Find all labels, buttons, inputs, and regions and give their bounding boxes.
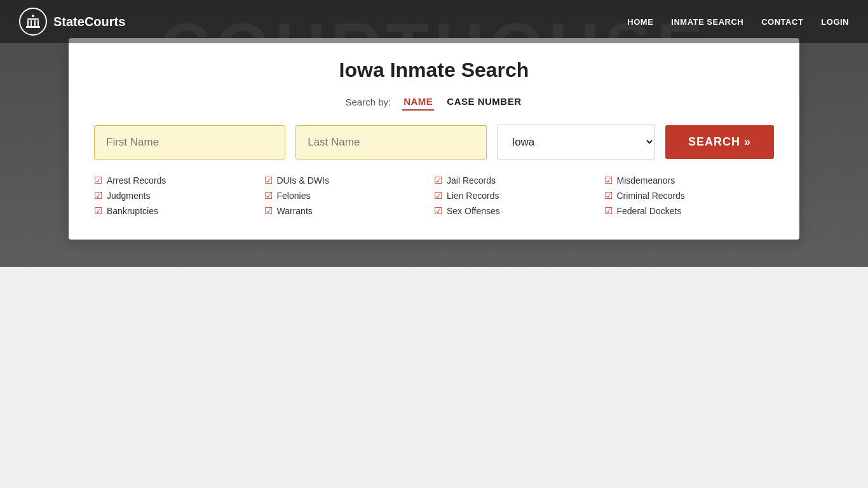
svg-rect-3	[27, 20, 29, 26]
check-sex-offenses: ☑ Sex Offenses	[434, 205, 604, 217]
check-label-federal: Federal Dockets	[617, 206, 682, 216]
check-label-sex-offenses: Sex Offenses	[447, 206, 500, 216]
navbar: StateCourts HOME INMATE SEARCH CONTACT L…	[0, 0, 868, 43]
check-judgments: ☑ Judgments	[94, 190, 264, 201]
logo-icon	[19, 8, 47, 36]
check-icon-duis: ☑	[264, 175, 273, 186]
hero-section: COURTHOUSE StateCourts HOME INMATE SEARC…	[0, 0, 868, 267]
tab-case-number-button[interactable]: CASE NUMBER	[445, 93, 522, 111]
check-misdemeanors: ☑ Misdemeanors	[604, 175, 775, 186]
check-criminal-records: ☑ Criminal Records	[604, 190, 775, 201]
search-by-row: Search by: NAME CASE NUMBER	[94, 93, 774, 111]
check-felonies: ☑ Felonies	[264, 190, 435, 201]
check-label-arrest: Arrest Records	[107, 175, 166, 186]
state-select[interactable]: Iowa Alabama Alaska Arizona Arkansas Cal…	[497, 125, 655, 159]
check-icon-sex-offenses: ☑	[434, 205, 442, 217]
nav-login[interactable]: LOGIN	[821, 17, 849, 27]
check-federal-dockets: ☑ Federal Dockets	[604, 205, 775, 217]
logo-link[interactable]: StateCourts	[19, 8, 125, 36]
check-label-judgments: Judgments	[107, 191, 150, 201]
check-label-warrants: Warrants	[277, 206, 313, 216]
svg-rect-1	[32, 15, 34, 17]
check-warrants: ☑ Warrants	[264, 205, 435, 217]
svg-rect-5	[34, 20, 36, 26]
check-icon-federal: ☑	[604, 205, 613, 217]
nav-inmate-search[interactable]: INMATE SEARCH	[671, 17, 743, 27]
check-label-duis: DUIs & DWIs	[277, 175, 329, 186]
logo-text: StateCourts	[53, 15, 125, 29]
search-by-label: Search by:	[345, 97, 391, 107]
check-lien-records: ☑ Lien Records	[434, 190, 604, 201]
check-icon-jail: ☑	[434, 175, 442, 186]
search-button[interactable]: SEARCH »	[665, 125, 774, 159]
search-card-title: Iowa Inmate Search	[94, 58, 774, 82]
search-card: Iowa Inmate Search Search by: NAME CASE …	[69, 38, 799, 240]
svg-rect-4	[31, 20, 32, 26]
check-icon-criminal: ☑	[604, 190, 613, 201]
last-name-input[interactable]	[295, 125, 487, 159]
checks-grid: ☑ Arrest Records ☑ DUIs & DWIs ☑ Jail Re…	[94, 175, 774, 217]
nav-home[interactable]: HOME	[627, 17, 653, 27]
check-icon-arrest: ☑	[94, 175, 102, 186]
check-label-criminal: Criminal Records	[617, 191, 685, 201]
svg-rect-6	[37, 20, 39, 26]
check-arrest-records: ☑ Arrest Records	[94, 175, 264, 186]
tab-name-button[interactable]: NAME	[402, 93, 434, 111]
nav-links: HOME INMATE SEARCH CONTACT LOGIN	[627, 17, 849, 27]
svg-rect-0	[26, 26, 40, 28]
check-icon-misdemeanors: ☑	[604, 175, 613, 186]
check-label-bankruptcies: Bankruptcies	[107, 206, 158, 216]
check-label-felonies: Felonies	[277, 191, 311, 201]
check-duis-dwis: ☑ DUIs & DWIs	[264, 175, 435, 186]
check-icon-warrants: ☑	[264, 205, 273, 217]
check-label-jail: Jail Records	[447, 175, 496, 186]
check-icon-felonies: ☑	[264, 190, 273, 201]
check-icon-judgments: ☑	[94, 190, 102, 201]
check-icon-lien: ☑	[434, 190, 442, 201]
svg-rect-2	[27, 18, 39, 20]
search-inputs-row: Iowa Alabama Alaska Arizona Arkansas Cal…	[94, 125, 774, 159]
check-label-lien: Lien Records	[447, 191, 499, 201]
nav-contact[interactable]: CONTACT	[761, 17, 803, 27]
check-label-misdemeanors: Misdemeanors	[617, 175, 675, 186]
check-bankruptcies: ☑ Bankruptcies	[94, 205, 264, 217]
check-icon-bankruptcies: ☑	[94, 205, 102, 217]
check-jail-records: ☑ Jail Records	[434, 175, 604, 186]
first-name-input[interactable]	[94, 125, 285, 159]
